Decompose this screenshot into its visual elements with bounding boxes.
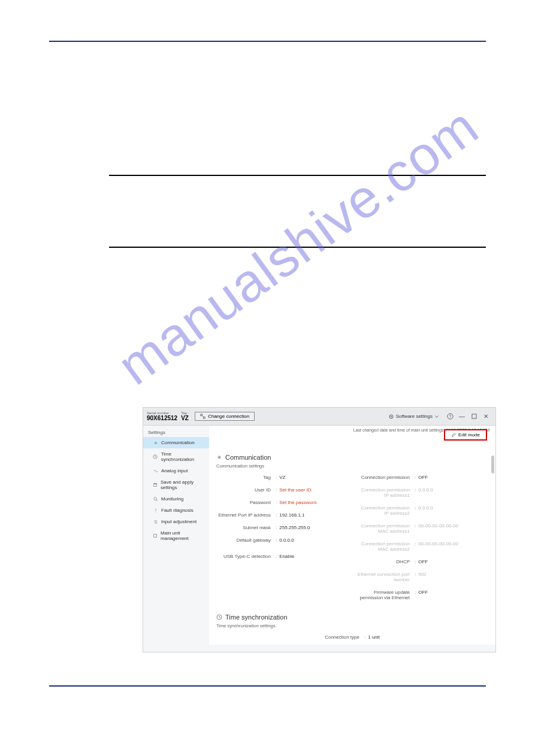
- software-settings-dropdown[interactable]: Software settings: [388, 414, 439, 420]
- row-conn-type: Connection type : 1 unit: [216, 634, 488, 640]
- body-area: Settings Communication Time synchronizat…: [143, 426, 495, 645]
- comm-title-text: Communication: [225, 454, 271, 461]
- value-port: 502: [418, 572, 426, 577]
- label-userid: User ID: [216, 487, 273, 493]
- label-mac2: Connection permission MAC address2: [355, 541, 412, 552]
- label-password: Password: [216, 500, 273, 505]
- row-fw: Firmware update permission via Ethernet:…: [355, 590, 488, 600]
- svg-text:?: ?: [449, 414, 451, 418]
- sidebar-item-input-adj[interactable]: Input adjustment: [143, 516, 209, 527]
- comm-title-icon: [216, 454, 222, 460]
- sidebar-label-analog: Analog input: [161, 468, 188, 473]
- value-userid: Set the user ID.: [279, 487, 313, 493]
- value-conn-perm: OFF: [418, 475, 428, 480]
- sidebar-label-communication: Communication: [161, 440, 195, 445]
- label-eth-ip: Ethernet Port IP address: [216, 512, 273, 518]
- sidebar-label-input-adj: Input adjustment: [161, 519, 197, 524]
- page-bottom-rule: [49, 685, 486, 687]
- svg-point-13: [155, 520, 156, 521]
- row-dhcp: DHCP:OFF: [355, 559, 488, 564]
- value-password: Set the password.: [279, 500, 318, 505]
- svg-rect-15: [154, 535, 157, 538]
- svg-rect-1: [204, 417, 205, 418]
- sidebar-label-save: Save and apply settings: [161, 479, 204, 490]
- serial-number-value: 90X612512: [147, 415, 177, 421]
- software-settings-label: Software settings: [396, 414, 433, 419]
- label-ip1: Connection permission IP address1: [355, 487, 412, 498]
- save-icon: [153, 482, 158, 488]
- sidebar-item-time-sync[interactable]: Time synchronization: [143, 448, 209, 465]
- tag-block: Tag : VZ: [181, 411, 189, 421]
- page-top-rule: [49, 41, 486, 42]
- communication-title: Communication: [216, 454, 488, 461]
- row-userid: User ID:Set the user ID.: [216, 487, 349, 493]
- adjust-icon: [153, 519, 158, 524]
- close-button[interactable]: ✕: [482, 412, 490, 421]
- change-connection-button[interactable]: Change connection: [195, 412, 255, 421]
- value-ip2: 0.0.0.0: [418, 505, 433, 511]
- monitor-icon: [153, 496, 158, 502]
- label-usb: USB Type-C detection: [216, 554, 273, 559]
- label-dhcp: DHCP: [355, 559, 412, 564]
- settings-columns: Tag:VZ User ID:Set the user ID. Password…: [216, 475, 488, 608]
- sidebar-item-analog-input[interactable]: Analog input: [143, 465, 209, 476]
- edit-mode-button[interactable]: Edit mode: [444, 429, 487, 441]
- help-button[interactable]: ?: [446, 412, 454, 421]
- row-conn-perm: Connection permission:OFF: [355, 475, 488, 480]
- communication-icon: [153, 440, 158, 445]
- row-mac2: Connection permission MAC address2:00-00…: [355, 541, 488, 552]
- sidebar-item-save-apply[interactable]: Save and apply settings: [143, 476, 209, 493]
- serial-number-block: Serial number : 90X612512: [147, 411, 177, 421]
- value-gateway: 0.0.0.0: [279, 538, 294, 543]
- sidebar-item-fault[interactable]: Fault diagnosis: [143, 505, 209, 516]
- sidebar-item-monitoring[interactable]: Monitoring: [143, 493, 209, 505]
- value-fw: OFF: [418, 590, 428, 595]
- sidebar: Settings Communication Time synchronizat…: [143, 426, 209, 645]
- svg-rect-7: [471, 414, 476, 418]
- fault-icon: [153, 508, 158, 513]
- scrollbar[interactable]: [491, 456, 494, 473]
- time-title-text: Time synchronization: [225, 614, 288, 621]
- label-tag: Tag: [216, 475, 273, 480]
- chevron-down-icon: [434, 414, 439, 419]
- label-subnet: Subnet mask: [216, 525, 273, 530]
- change-connection-label: Change connection: [208, 414, 249, 419]
- connection-icon: [200, 414, 205, 419]
- row-port: Ethernet connection port number:502: [355, 572, 488, 582]
- svg-line-2: [202, 416, 204, 417]
- value-conn-type: 1 unit: [368, 634, 380, 640]
- row-subnet: Subnet mask:255.255.255.0: [216, 525, 349, 530]
- row-mac1: Connection permission MAC address1:00-00…: [355, 523, 488, 534]
- value-mac2: 00-00-00-00-00-00: [418, 541, 458, 546]
- svg-line-12: [156, 499, 157, 500]
- value-tag: VZ: [279, 475, 285, 480]
- value-usb: Enable: [279, 554, 294, 559]
- time-sync-subtitle: Time synchronization settings.: [216, 623, 488, 629]
- row-ip1: Connection permission IP address1:0.0.0.…: [355, 487, 488, 498]
- row-usb: USB Type-C detection:Enable: [216, 554, 349, 559]
- time-sync-title: Time synchronization: [216, 614, 488, 621]
- label-mac1: Connection permission MAC address1: [355, 523, 412, 534]
- wave-icon: [153, 468, 158, 473]
- sidebar-item-main-unit[interactable]: Main unit management: [143, 527, 209, 544]
- minimize-button[interactable]: —: [458, 412, 466, 421]
- row-eth-ip: Ethernet Port IP address:192.168.1.1: [216, 512, 349, 518]
- sidebar-label-fault: Fault diagnosis: [161, 508, 194, 513]
- label-fw: Firmware update permission via Ethernet: [355, 590, 412, 600]
- label-conn-type: Connection type: [325, 634, 362, 640]
- left-column: Tag:VZ User ID:Set the user ID. Password…: [216, 475, 349, 608]
- svg-point-14: [156, 522, 157, 523]
- sidebar-label-monitoring: Monitoring: [161, 496, 183, 502]
- label-conn-perm: Connection permission: [355, 475, 412, 480]
- row-gateway: Default gateway:0.0.0.0: [216, 538, 349, 543]
- svg-rect-10: [154, 484, 156, 485]
- maximize-button[interactable]: [470, 412, 478, 421]
- sidebar-label-main-unit: Main unit management: [161, 530, 204, 541]
- sidebar-item-communication[interactable]: Communication: [143, 437, 209, 448]
- svg-rect-0: [201, 414, 202, 416]
- app-window: Serial number : 90X612512 Tag : VZ Chang…: [143, 407, 496, 652]
- value-mac1: 00-00-00-00-00-00: [418, 523, 458, 529]
- black-rule-2: [109, 247, 486, 248]
- pencil-icon: [451, 433, 456, 438]
- row-ip2: Connection permission IP address2:0.0.0.…: [355, 505, 488, 516]
